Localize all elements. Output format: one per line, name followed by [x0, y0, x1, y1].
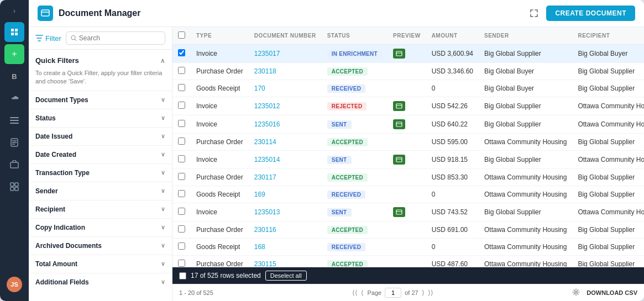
doc-number-link[interactable]: 1235013	[254, 208, 280, 216]
header-checkbox[interactable]	[178, 31, 185, 39]
doc-number-link[interactable]: 230117	[254, 173, 276, 181]
cell-preview	[388, 63, 426, 80]
preview-icon[interactable]	[393, 49, 405, 59]
doc-number-link[interactable]: 230118	[254, 67, 276, 75]
cell-doc-number[interactable]: 1235012	[249, 97, 322, 115]
select-all-checkbox[interactable]	[179, 272, 186, 279]
cell-preview	[388, 115, 426, 134]
filter-section-header[interactable]: Date Issued ∨	[29, 128, 172, 145]
cell-doc-number[interactable]: 170	[249, 80, 322, 97]
row-checkbox[interactable]	[178, 84, 185, 91]
page-number-input[interactable]	[385, 288, 401, 298]
filter-section-header[interactable]: Recipient ∨	[29, 200, 172, 218]
table-row: Invoice1235014SENTUSD 918.15Big Global S…	[172, 151, 644, 169]
filter-section-header[interactable]: Archived Documents ∨	[29, 237, 172, 255]
cell-doc-number[interactable]: 230117	[249, 169, 322, 186]
nav-cloud-icon[interactable]	[4, 88, 24, 108]
cell-amount: 0	[426, 186, 479, 203]
doc-number-link[interactable]: 1235014	[254, 156, 280, 163]
table-row: Purchase Order230116ACCEPTEDUSD 691.00Ot…	[172, 221, 644, 239]
doc-number-link[interactable]: 230115	[254, 260, 276, 267]
deselect-all-button[interactable]: Deselect all	[265, 271, 307, 281]
settings-icon[interactable]	[572, 288, 580, 297]
cell-doc-number[interactable]: 230115	[249, 256, 322, 267]
cell-doc-number[interactable]: 1235017	[249, 45, 322, 63]
cell-doc-number[interactable]: 230118	[249, 63, 322, 80]
cell-status: RECEIVED	[322, 186, 388, 203]
next-page-button[interactable]: ⟩	[422, 289, 425, 297]
search-input[interactable]	[79, 34, 160, 42]
doc-number-link[interactable]: 1235017	[254, 50, 280, 57]
table-row: Goods Receipt168RECEIVED0Ottawa Communit…	[172, 239, 644, 256]
status-badge: RECEIVED	[327, 191, 366, 199]
preview-icon[interactable]	[393, 155, 405, 165]
nav-list-icon[interactable]	[4, 110, 24, 130]
doc-number-link[interactable]: 1235012	[254, 102, 280, 110]
filter-section-header[interactable]: Transaction Type ∨	[29, 164, 172, 182]
expand-icon[interactable]	[526, 6, 542, 21]
row-checkbox[interactable]	[178, 67, 185, 74]
cell-recipient: Big Global Supplier	[572, 186, 644, 203]
row-checkbox[interactable]	[178, 190, 185, 197]
create-document-button[interactable]: CREATE DOCUMENT	[546, 6, 635, 21]
cell-recipient: Ottawa Community Housing	[572, 115, 644, 134]
doc-number-link[interactable]: 230114	[254, 138, 276, 146]
nav-grid-icon[interactable]	[4, 177, 24, 197]
doc-number-link[interactable]: 168	[254, 243, 265, 251]
status-badge: RECEIVED	[327, 85, 366, 93]
doc-number-link[interactable]: 170	[254, 85, 265, 92]
cell-doc-number[interactable]: 168	[249, 239, 322, 256]
doc-number-link[interactable]: 1235016	[254, 120, 280, 128]
filter-section-header[interactable]: Copy Indication ∨	[29, 219, 172, 236]
svg-rect-0	[11, 29, 14, 31]
nav-box-icon[interactable]	[4, 155, 24, 175]
cell-amount: USD 3,346.60	[426, 63, 479, 80]
cell-doc-number[interactable]: 1235014	[249, 151, 322, 169]
nav-b-icon[interactable]: B	[4, 66, 24, 86]
row-checkbox[interactable]	[178, 208, 185, 215]
first-page-button[interactable]: ⟨⟨	[352, 289, 358, 297]
row-checkbox[interactable]	[178, 173, 185, 180]
filter-section-header[interactable]: Status ∨	[29, 109, 172, 127]
row-checkbox[interactable]	[178, 155, 185, 162]
nav-add-icon[interactable]: +	[4, 44, 24, 64]
filter-section-header[interactable]: Date Created ∨	[29, 146, 172, 163]
cell-doc-number[interactable]: 230116	[249, 221, 322, 239]
doc-number-link[interactable]: 230116	[254, 226, 276, 234]
download-csv-button[interactable]: DOWNLOAD CSV	[587, 289, 637, 296]
preview-icon[interactable]	[393, 119, 405, 129]
status-badge: SENT	[327, 208, 352, 216]
cell-doc-number[interactable]: 169	[249, 186, 322, 203]
cell-doc-number[interactable]: 230114	[249, 134, 322, 151]
cell-amount: 0	[426, 80, 479, 97]
prev-page-button[interactable]: ⟨	[361, 289, 364, 297]
filter-section-header[interactable]: Document Types ∨	[29, 91, 172, 109]
row-checkbox[interactable]	[178, 138, 185, 145]
search-box[interactable]	[66, 31, 165, 45]
filter-section-header[interactable]: Total Amount ∨	[29, 255, 172, 273]
row-checkbox[interactable]	[178, 260, 185, 267]
quick-filters-chevron[interactable]: ∧	[160, 57, 165, 65]
nav-collapse-button[interactable]: ›	[4, 4, 24, 18]
svg-rect-28	[396, 210, 402, 214]
preview-icon[interactable]	[393, 207, 405, 217]
filter-section-header[interactable]: Sender ∨	[29, 182, 172, 200]
row-checkbox[interactable]	[178, 242, 185, 250]
row-checkbox[interactable]	[178, 102, 185, 109]
nav-doc-icon[interactable]	[4, 133, 24, 152]
cell-doc-number[interactable]: 1235016	[249, 115, 322, 134]
row-checkbox[interactable]	[178, 120, 185, 127]
nav-home-icon[interactable]	[4, 22, 24, 42]
preview-icon[interactable]	[393, 101, 405, 111]
row-checkbox[interactable]	[178, 225, 185, 233]
cell-doc-number[interactable]: 1235013	[249, 203, 322, 221]
filter-section-additional-fields: Additional Fields ∨	[29, 273, 172, 291]
filter-button[interactable]: Filter	[35, 34, 61, 43]
doc-number-link[interactable]: 169	[254, 191, 265, 198]
user-avatar[interactable]: JS	[7, 277, 22, 292]
page-label: Page	[367, 289, 381, 296]
row-checkbox[interactable]	[178, 49, 185, 56]
filter-section-header[interactable]: Additional Fields ∨	[29, 273, 172, 291]
status-badge: SENT	[327, 156, 352, 164]
last-page-button[interactable]: ⟩⟩	[428, 289, 433, 297]
